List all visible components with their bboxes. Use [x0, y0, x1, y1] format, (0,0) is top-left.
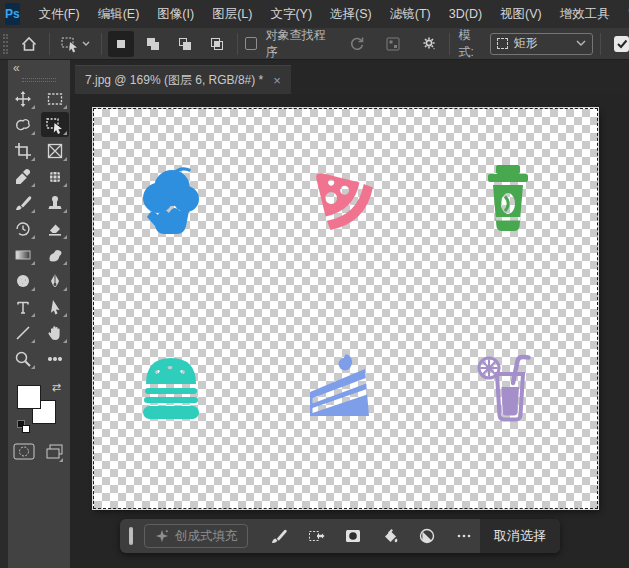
- separator: [101, 33, 102, 55]
- select-and-mask-button[interactable]: [336, 522, 369, 550]
- canvas[interactable]: [93, 108, 598, 509]
- screen-mode-button[interactable]: [45, 443, 65, 464]
- zoom-tool-icon[interactable]: [9, 346, 37, 371]
- deselect-button[interactable]: 取消选择: [480, 519, 560, 553]
- home-icon: [22, 38, 35, 50]
- clone-stamp-tool-icon[interactable]: [41, 190, 69, 215]
- mode-dropdown[interactable]: 矩形: [490, 33, 594, 55]
- separator: [449, 33, 450, 55]
- options-grip[interactable]: [3, 34, 8, 54]
- menu-file[interactable]: 文件(F): [30, 0, 89, 28]
- cake-slice-graphic[interactable]: [299, 347, 379, 427]
- select-brush-button[interactable]: [262, 522, 295, 550]
- rectangular-marquee-tool-icon[interactable]: [41, 86, 69, 111]
- brush-icon: [270, 527, 288, 545]
- color-swatches: ⇄: [17, 381, 61, 427]
- path-selection-tool-icon[interactable]: [41, 294, 69, 319]
- default-colors-icon[interactable]: [17, 420, 30, 433]
- healing-brush-tool-icon[interactable]: [41, 164, 69, 189]
- generative-fill-icon: [155, 529, 169, 543]
- swap-colors-icon[interactable]: ⇄: [52, 381, 61, 394]
- object-finder-label: 对象查找程序: [265, 27, 331, 61]
- menu-3d[interactable]: 3D(D): [440, 0, 491, 28]
- crop-tool-icon[interactable]: [9, 138, 37, 163]
- create-adjustment-button[interactable]: [410, 522, 443, 550]
- new-selection-button[interactable]: [108, 31, 134, 57]
- commit-checkbox[interactable]: [614, 36, 629, 52]
- taskbar-drag-handle[interactable]: [129, 527, 133, 545]
- fill-selection-button[interactable]: [373, 522, 406, 550]
- tab-bar: 7.jpg @ 169% (图层 6, RGB/8#) * ×: [70, 60, 629, 94]
- more-icon: [455, 527, 473, 545]
- history-brush-tool-icon[interactable]: [9, 216, 37, 241]
- show-all-objects-button[interactable]: [380, 31, 406, 57]
- juice-glass-graphic[interactable]: [468, 347, 548, 427]
- checkmark-icon: [616, 38, 628, 50]
- object-selection-tool-icon: [62, 38, 89, 52]
- adjustment-icon: [418, 527, 436, 545]
- lasso-tool-icon[interactable]: [9, 112, 37, 137]
- photoshop-window: { "app": { "logo": "Ps" }, "menubar": { …: [0, 0, 629, 568]
- burger-graphic[interactable]: [131, 347, 211, 427]
- show-all-objects-icon: [387, 38, 399, 50]
- refresh-button[interactable]: [344, 31, 370, 57]
- coffee-cup-graphic[interactable]: [468, 157, 548, 237]
- eraser-tool-icon[interactable]: [41, 216, 69, 241]
- move-tool-icon[interactable]: [9, 86, 37, 111]
- document-tab[interactable]: 7.jpg @ 169% (图层 6, RGB/8#) * ×: [75, 65, 291, 94]
- quick-mask-button[interactable]: [13, 443, 35, 464]
- modify-selection-button[interactable]: [299, 522, 332, 550]
- menu-type[interactable]: 文字(Y): [261, 0, 321, 28]
- menu-edit[interactable]: 编辑(E): [89, 0, 149, 28]
- tools-panel: « ⇄: [0, 60, 70, 568]
- collapse-panel-button[interactable]: «: [8, 60, 70, 76]
- sponge-tool-icon[interactable]: [9, 268, 37, 293]
- fill-icon: [381, 527, 399, 545]
- gear-icon: [423, 37, 434, 48]
- contextual-task-bar: 创成式填充 取消选择: [120, 519, 560, 553]
- menu-view[interactable]: 视图(V): [491, 0, 551, 28]
- current-tool-button[interactable]: [57, 31, 94, 57]
- pen-tool-icon[interactable]: [41, 268, 69, 293]
- menu-window[interactable]: 窗口(W): [619, 0, 629, 28]
- edit-toolbar-icon[interactable]: [41, 346, 69, 371]
- tab-close-button[interactable]: ×: [273, 73, 281, 88]
- panel-grip[interactable]: [22, 78, 56, 82]
- intersect-selection-icon: [212, 38, 223, 49]
- intersect-selection-button[interactable]: [204, 31, 230, 57]
- new-selection-icon: [117, 40, 125, 48]
- menu-plugins[interactable]: 增效工具: [551, 0, 619, 28]
- foreground-color-swatch[interactable]: [17, 385, 41, 409]
- home-button[interactable]: [16, 31, 42, 57]
- object-selection-tool-icon[interactable]: [41, 112, 69, 137]
- type-tool-icon[interactable]: [9, 294, 37, 319]
- brush-tool-icon[interactable]: [9, 190, 37, 215]
- smudge-tool-icon[interactable]: [41, 242, 69, 267]
- modify-selection-icon: [307, 527, 325, 545]
- menu-layer[interactable]: 图层(L): [203, 0, 261, 28]
- chevron-down-icon: [576, 40, 586, 47]
- generative-fill-button[interactable]: 创成式填充: [144, 524, 249, 548]
- eyedropper-tool-icon[interactable]: [9, 164, 37, 189]
- refresh-icon: [351, 37, 362, 49]
- separator: [237, 33, 238, 55]
- selection-options-button[interactable]: [416, 31, 442, 57]
- cupcake-graphic[interactable]: [131, 157, 211, 237]
- taskbar-more-button[interactable]: [447, 522, 480, 550]
- tool-options-bar: 对象查找程序 模式: 矩形: [0, 28, 629, 60]
- frame-tool-icon[interactable]: [41, 138, 69, 163]
- object-finder-checkbox[interactable]: [245, 37, 257, 50]
- menu-image[interactable]: 图像(I): [148, 0, 203, 28]
- photoshop-logo: Ps: [5, 3, 20, 25]
- gradient-tool-icon[interactable]: [9, 242, 37, 267]
- hand-tool-icon[interactable]: [41, 320, 69, 345]
- separator: [49, 33, 50, 55]
- rectangle-mode-icon: [497, 38, 508, 49]
- subtract-from-selection-button[interactable]: [172, 31, 198, 57]
- menu-filter[interactable]: 滤镜(T): [381, 0, 440, 28]
- document-tab-title: 7.jpg @ 169% (图层 6, RGB/8#) *: [85, 72, 263, 89]
- line-tool-icon[interactable]: [9, 320, 37, 345]
- add-to-selection-button[interactable]: [140, 31, 166, 57]
- pizza-slice-graphic[interactable]: [299, 156, 379, 236]
- menu-select[interactable]: 选择(S): [321, 0, 381, 28]
